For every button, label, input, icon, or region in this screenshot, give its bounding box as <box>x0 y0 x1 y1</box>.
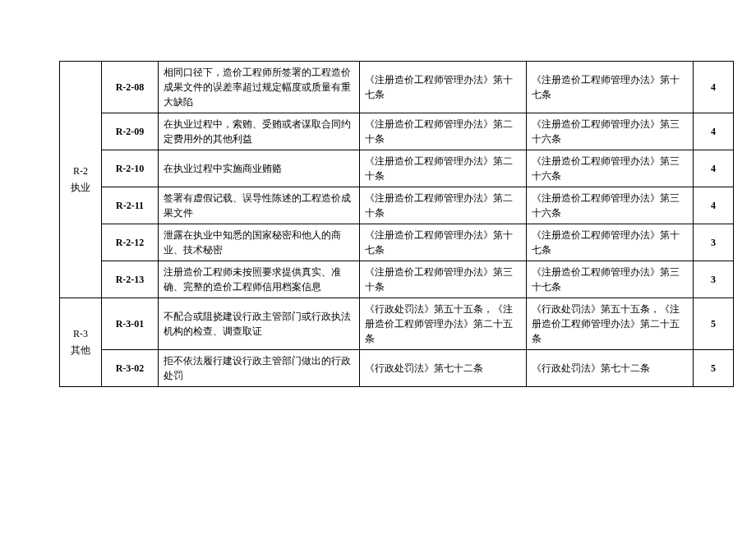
row-description: 在执业过程中实施商业贿赂 <box>159 150 360 187</box>
category-name: 其他 <box>65 343 96 358</box>
row-score: 3 <box>694 224 734 261</box>
row-basis-2: 《注册造价工程师管理办法》第三十六条 <box>527 113 694 150</box>
row-basis-1: 《注册造价工程师管理办法》第二十条 <box>360 113 527 150</box>
row-basis-1: 《注册造价工程师管理办法》第二十条 <box>360 150 527 187</box>
row-basis-2: 《行政处罚法》第七十二条 <box>527 350 694 387</box>
table-row: R-2-10在执业过程中实施商业贿赂《注册造价工程师管理办法》第二十条《注册造价… <box>60 150 734 187</box>
row-basis-1: 《行政处罚法》第七十二条 <box>360 350 527 387</box>
table-row: R-2-11签署有虚假记载、误导性陈述的工程造价成果文件《注册造价工程师管理办法… <box>60 187 734 224</box>
regulation-table: R-2执业R-2-08相同口径下，造价工程师所签署的工程造价成果文件的误差率超过… <box>59 61 734 387</box>
row-basis-1: 《注册造价工程师管理办法》第十七条 <box>360 62 527 113</box>
row-basis-2: 《注册造价工程师管理办法》第十七条 <box>527 62 694 113</box>
category-cell: R-2执业 <box>60 62 102 298</box>
category-code: R-3 <box>65 326 96 342</box>
row-basis-1: 《注册造价工程师管理办法》第二十条 <box>360 187 527 224</box>
category-cell: R-3其他 <box>60 298 102 387</box>
row-score: 4 <box>694 113 734 150</box>
row-score: 4 <box>694 187 734 224</box>
row-basis-2: 《注册造价工程师管理办法》第十七条 <box>527 224 694 261</box>
table-row: R-2-13注册造价工程师未按照要求提供真实、准确、完整的造价工程师信用档案信息… <box>60 261 734 298</box>
row-basis-2: 《注册造价工程师管理办法》第三十六条 <box>527 187 694 224</box>
row-description: 在执业过程中，索贿、受贿或者谋取合同约定费用外的其他利益 <box>159 113 360 150</box>
row-description: 相同口径下，造价工程师所签署的工程造价成果文件的误差率超过规定幅度或质量有重大缺… <box>159 62 360 113</box>
row-basis-1: 《行政处罚法》第五十五条，《注册造价工程师管理办法》第二十五条 <box>360 298 527 350</box>
row-basis-1: 《注册造价工程师管理办法》第十七条 <box>360 224 527 261</box>
row-code: R-2-09 <box>102 113 159 150</box>
table-row: R-2-09在执业过程中，索贿、受贿或者谋取合同约定费用外的其他利益《注册造价工… <box>60 113 734 150</box>
row-description: 不配合或阻挠建设行政主管部门或行政执法机构的检查、调查取证 <box>159 298 360 350</box>
row-description: 拒不依法履行建设行政主管部门做出的行政处罚 <box>159 350 360 387</box>
row-basis-2: 《注册造价工程师管理办法》第三十七条 <box>527 261 694 298</box>
row-score: 5 <box>694 298 734 350</box>
table-row: R-3其他R-3-01不配合或阻挠建设行政主管部门或行政执法机构的检查、调查取证… <box>60 298 734 350</box>
row-description: 泄露在执业中知悉的国家秘密和他人的商业、技术秘密 <box>159 224 360 261</box>
row-description: 签署有虚假记载、误导性陈述的工程造价成果文件 <box>159 187 360 224</box>
table-row: R-2执业R-2-08相同口径下，造价工程师所签署的工程造价成果文件的误差率超过… <box>60 62 734 113</box>
row-code: R-3-01 <box>102 298 159 350</box>
row-code: R-2-12 <box>102 224 159 261</box>
table-row: R-2-12泄露在执业中知悉的国家秘密和他人的商业、技术秘密《注册造价工程师管理… <box>60 224 734 261</box>
row-code: R-2-11 <box>102 187 159 224</box>
row-score: 3 <box>694 261 734 298</box>
row-code: R-2-10 <box>102 150 159 187</box>
table-row: R-3-02拒不依法履行建设行政主管部门做出的行政处罚《行政处罚法》第七十二条《… <box>60 350 734 387</box>
row-basis-2: 《注册造价工程师管理办法》第三十六条 <box>527 150 694 187</box>
row-code: R-2-13 <box>102 261 159 298</box>
category-name: 执业 <box>65 180 96 196</box>
row-code: R-3-02 <box>102 350 159 387</box>
row-score: 4 <box>694 150 734 187</box>
row-score: 4 <box>694 62 734 113</box>
row-basis-1: 《注册造价工程师管理办法》第三十条 <box>360 261 527 298</box>
row-basis-2: 《行政处罚法》第五十五条，《注册造价工程师管理办法》第二十五条 <box>527 298 694 350</box>
row-description: 注册造价工程师未按照要求提供真实、准确、完整的造价工程师信用档案信息 <box>159 261 360 298</box>
category-code: R-2 <box>65 164 96 179</box>
row-score: 5 <box>694 350 734 387</box>
row-code: R-2-08 <box>102 62 159 113</box>
